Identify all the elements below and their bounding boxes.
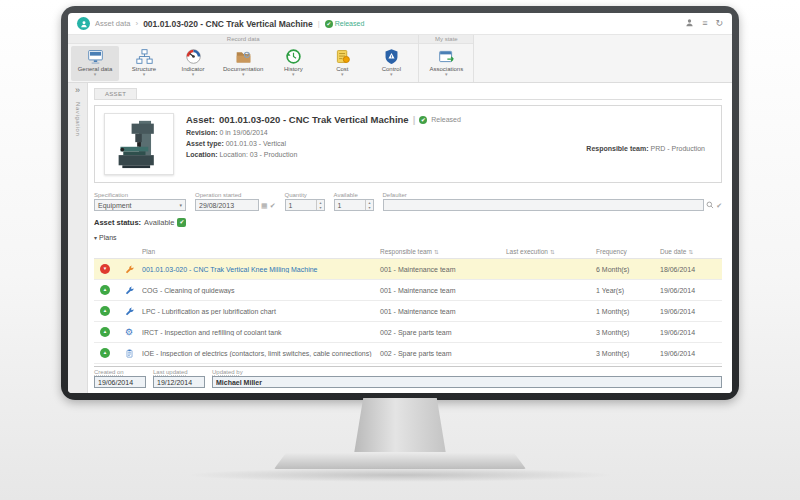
column-header-frequency: Frequency xyxy=(596,248,660,255)
ribbon-group-label: My state xyxy=(419,35,473,44)
monitor-bezel: Asset data › 001.01.03-020 - CNC Trak Ve… xyxy=(61,6,739,400)
released-check-icon: ✔ xyxy=(325,20,333,28)
column-header-label: Due date xyxy=(660,248,686,255)
ribbon-buttons: General data▾Structure▾Indicator▾Documen… xyxy=(68,44,418,82)
plan-name-cell: LPC - Lubrification as per lubrification… xyxy=(142,308,380,315)
app-logo-icon[interactable] xyxy=(77,17,90,30)
footer-fields: Created on Last updated Updated by xyxy=(94,367,722,392)
field-control-row: ▦✔ xyxy=(195,199,276,211)
plan-row[interactable]: ▲COG - Cleaning of guideways001 - Mainte… xyxy=(94,280,722,301)
ribbon-button-general-data[interactable]: General data▾ xyxy=(71,46,119,81)
user-icon[interactable] xyxy=(685,18,694,29)
column-header-due-date[interactable]: Due date⇅ xyxy=(660,248,722,255)
chevron-down-icon: ▾ xyxy=(390,72,393,77)
ribbon-button-indicator[interactable]: Indicator▾ xyxy=(169,46,217,81)
ribbon-button-structure[interactable]: Structure▾ xyxy=(120,46,168,81)
field-specification: SpecificationEquipment▾ xyxy=(94,192,186,211)
location-value: Location: 03 - Production xyxy=(219,151,297,158)
asset-title-divider: | xyxy=(413,114,416,125)
field-label: Available xyxy=(334,192,374,198)
status-overdue-icon: ▼ xyxy=(100,264,110,274)
due-date-cell: 19/06/2014 xyxy=(660,308,722,315)
due-date-cell: 19/06/2014 xyxy=(660,329,722,336)
defaulter-input[interactable] xyxy=(383,199,705,211)
tab-divider xyxy=(94,99,722,100)
responsible-team-line: Responsible team: PRD - Production xyxy=(586,145,705,152)
field-label: Operation started xyxy=(195,192,276,198)
team-cell: 001 - Maintenance team xyxy=(380,266,506,273)
wrench-icon xyxy=(125,286,134,295)
sort-icon[interactable]: ⇅ xyxy=(688,249,693,255)
ribbon-groups: Record dataGeneral data▾Structure▾Indica… xyxy=(68,35,474,82)
control-icon xyxy=(383,48,400,65)
last-updated-field: Last updated xyxy=(153,369,205,388)
chevron-down-icon: ▾ xyxy=(242,72,245,77)
breadcrumb[interactable]: Asset data xyxy=(95,19,130,28)
ribbon-button-control[interactable]: Control▾ xyxy=(367,46,415,81)
asset-title-label: Asset: xyxy=(186,114,215,125)
specification-select[interactable]: Equipment▾ xyxy=(94,199,186,211)
updated-by-label: Updated by xyxy=(212,369,722,375)
plan-type-cell xyxy=(116,307,142,316)
asset-tab[interactable]: Asset xyxy=(94,88,137,100)
ribbon-button-documentation[interactable]: Documentation▾ xyxy=(218,46,268,81)
navigation-vertical-label[interactable]: Navigation xyxy=(75,102,81,136)
documentation-icon xyxy=(235,48,252,65)
field-control-row: 1▴▾ xyxy=(285,199,325,211)
asset-photo xyxy=(104,113,174,175)
status-ok-icon: ▲ xyxy=(100,306,110,316)
field-label: Specification xyxy=(94,192,186,198)
available-stepper[interactable]: 1▴▾ xyxy=(334,199,374,211)
plan-row[interactable]: ▼001.01.03-020 - CNC Trak Vertical Knee … xyxy=(94,259,722,280)
check-icon: ✔ xyxy=(270,202,276,209)
column-header-responsible-team[interactable]: Responsible team⇅ xyxy=(380,248,506,255)
spinner-arrows-icon[interactable]: ▴▾ xyxy=(316,200,323,210)
ribbon-button-cost[interactable]: Cost▾ xyxy=(318,46,366,81)
asset-info: Asset: 001.01.03-020 - CNC Trak Vertical… xyxy=(186,113,461,175)
topbar-actions: ≡ ↻ xyxy=(685,18,723,29)
column-header-label: Last execution xyxy=(506,248,548,255)
created-on-input[interactable] xyxy=(94,376,146,388)
column-header-last-execution[interactable]: Last execution⇅ xyxy=(506,248,596,255)
spinner-arrows-icon[interactable]: ▴▾ xyxy=(365,200,372,210)
plan-row[interactable]: ▲⚙IRCT - Inspection and refilling of coo… xyxy=(94,322,722,343)
plan-row[interactable]: ▲IOE - Inspection of electrics (contacto… xyxy=(94,343,722,364)
list-icon[interactable]: ≡ xyxy=(702,19,707,28)
monitor-stand-neck xyxy=(354,398,446,454)
plans-section-label: Plans xyxy=(99,234,117,241)
title-divider: | xyxy=(318,19,320,28)
plan-name-cell: IOE - Inspection of electrics (contactor… xyxy=(142,350,380,357)
ribbon-button-associations[interactable]: Associations▾ xyxy=(422,46,470,81)
ribbon-button-history[interactable]: History▾ xyxy=(269,46,317,81)
plan-link[interactable]: 001.01.03-020 - CNC Trak Vertical Knee M… xyxy=(142,266,317,273)
operation-started-input[interactable] xyxy=(195,199,259,211)
ribbon-buttons: Associations▾ xyxy=(419,44,473,82)
team-cell: 001 - Maintenance team xyxy=(380,308,506,315)
created-on-field: Created on xyxy=(94,369,146,388)
sort-icon[interactable]: ⇅ xyxy=(434,249,439,255)
updated-by-input[interactable] xyxy=(212,376,722,388)
quantity-stepper[interactable]: 1▴▾ xyxy=(285,199,325,211)
asset-title-line: Asset: 001.01.03-020 - CNC Trak Vertical… xyxy=(186,114,461,125)
updated-by-field: Updated by xyxy=(212,369,722,388)
last-updated-input[interactable] xyxy=(153,376,205,388)
asset-released-check-icon: ✔ xyxy=(419,116,427,124)
ribbon-group-record-data: Record dataGeneral data▾Structure▾Indica… xyxy=(68,35,419,82)
calendar-icon[interactable]: ▦ xyxy=(261,202,268,209)
sort-icon[interactable]: ⇅ xyxy=(550,249,555,255)
collapse-triangle-icon: ▾ xyxy=(94,235,97,241)
expand-panel-icon[interactable]: » xyxy=(75,86,80,95)
asset-status-line: Asset status: Available ✔ xyxy=(94,218,722,227)
revision-label: Revision: xyxy=(186,129,218,136)
plan-row[interactable]: ▲LPC - Lubrification as per lubrificatio… xyxy=(94,301,722,322)
plan-type-cell xyxy=(116,286,142,295)
status-badge: ✔ Released xyxy=(325,20,365,28)
search-icon[interactable] xyxy=(706,201,714,210)
asset-revision-line: Revision: 0 in 19/06/2014 xyxy=(186,129,461,136)
refresh-icon[interactable]: ↻ xyxy=(715,19,723,28)
plans-section-header[interactable]: ▾Plans xyxy=(94,234,722,241)
asset-type-value: 001.01.03 - Vertical xyxy=(226,140,286,147)
chevron-down-icon: ▾ xyxy=(445,72,448,77)
gear-icon: ⚙ xyxy=(125,328,133,337)
plan-name-cell: IRCT - Inspection and refilling of coola… xyxy=(142,329,380,336)
